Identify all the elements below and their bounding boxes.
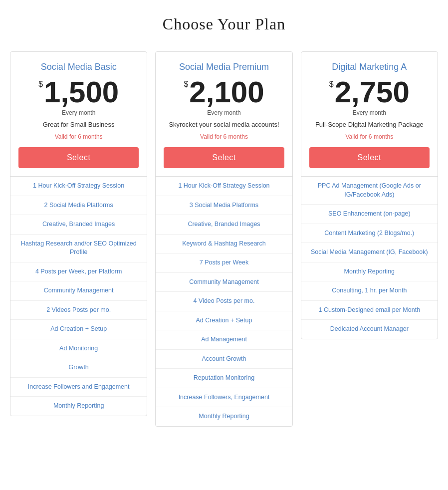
plan-card-premium: Social Media Premium$2,100Every monthSky… — [155, 51, 292, 427]
plan-tagline-premium: Skyrocket your social media accounts! — [164, 120, 284, 129]
list-item: Ad Monitoring — [10, 339, 147, 359]
list-item: Monthly Reporting — [301, 262, 438, 282]
list-item: Growth — [10, 358, 147, 378]
plan-price-wrapper-premium: $2,100 — [164, 77, 284, 107]
list-item: Content Marketing (2 Blogs/mo.) — [301, 224, 438, 244]
plan-validity-basic: Valid for 6 months — [18, 133, 139, 140]
select-button-digital-a[interactable]: Select — [309, 147, 430, 168]
list-item: Community Management — [156, 273, 292, 292]
plan-header-digital-a: Digital Marketing A$2,750Every monthFull… — [301, 52, 438, 177]
plan-period-basic: Every month — [18, 109, 139, 116]
plan-currency-basic: $ — [38, 80, 43, 88]
list-item: 1 Hour Kick-Off Strategy Session — [156, 177, 292, 196]
list-item: Increase Followers and Engagement — [10, 378, 147, 397]
plan-tagline-basic: Great for Small Business — [18, 120, 139, 129]
list-item: Creative, Branded Images — [10, 215, 147, 235]
plan-validity-digital-a: Valid for 6 months — [309, 133, 430, 140]
plans-container: Social Media Basic$1,500Every monthGreat… — [10, 51, 438, 427]
select-button-basic[interactable]: Select — [18, 147, 139, 168]
plan-price-wrapper-digital-a: $2,750 — [309, 77, 430, 107]
plan-features-premium: 1 Hour Kick-Off Strategy Session3 Social… — [156, 177, 292, 426]
plan-features-basic: 1 Hour Kick-Off Strategy Session2 Social… — [10, 177, 147, 416]
plan-tagline-digital-a: Full-Scope Digital Marketing Package — [309, 120, 430, 129]
select-button-premium[interactable]: Select — [164, 147, 284, 168]
list-item: 1 Hour Kick-Off Strategy Session — [10, 177, 147, 196]
plan-name-premium: Social Media Premium — [164, 62, 284, 72]
plan-amount-basic: 1,500 — [44, 77, 119, 107]
plan-period-premium: Every month — [164, 109, 284, 116]
list-item: Creative, Branded Images — [156, 215, 292, 235]
plan-features-digital-a: PPC Ad Management (Google Ads or IG/Face… — [301, 177, 438, 339]
list-item: 7 Posts per Week — [156, 253, 292, 273]
plan-amount-premium: 2,100 — [189, 77, 264, 107]
list-item: 4 Posts per Week, per Platform — [10, 262, 147, 282]
page-title: Choose Your Plan — [10, 15, 438, 33]
plan-currency-digital-a: $ — [329, 80, 334, 88]
list-item: Social Media Management (IG, Facebook) — [301, 243, 438, 262]
list-item: PPC Ad Management (Google Ads or IG/Face… — [301, 177, 438, 205]
list-item: Keyword & Hashtag Research — [156, 235, 292, 254]
list-item: Increase Followers, Engagement — [156, 388, 292, 408]
list-item: Ad Creation + Setup — [10, 320, 147, 339]
plan-name-digital-a: Digital Marketing A — [309, 62, 430, 72]
list-item: Account Growth — [156, 350, 292, 369]
plan-card-digital-a: Digital Marketing A$2,750Every monthFull… — [301, 51, 438, 339]
plan-header-premium: Social Media Premium$2,100Every monthSky… — [156, 52, 292, 177]
plan-card-basic: Social Media Basic$1,500Every monthGreat… — [10, 51, 147, 416]
list-item: Community Management — [10, 281, 147, 301]
list-item: 2 Videos Posts per mo. — [10, 301, 147, 320]
plan-validity-premium: Valid for 6 months — [164, 133, 284, 140]
list-item: 2 Social Media Platforms — [10, 196, 147, 216]
list-item: SEO Enhancement (on-page) — [301, 205, 438, 224]
plan-price-wrapper-basic: $1,500 — [18, 77, 139, 107]
list-item: Reputation Monitoring — [156, 369, 292, 388]
list-item: Ad Creation + Setup — [156, 311, 292, 331]
plan-amount-digital-a: 2,750 — [335, 77, 410, 107]
list-item: Dedicated Account Manager — [301, 320, 438, 339]
list-item: Hashtag Research and/or SEO Optimized Pr… — [10, 235, 147, 262]
list-item: Monthly Reporting — [156, 407, 292, 426]
list-item: Ad Management — [156, 330, 292, 350]
plan-period-digital-a: Every month — [309, 109, 430, 116]
plan-header-basic: Social Media Basic$1,500Every monthGreat… — [10, 52, 147, 177]
list-item: 4 Video Posts per mo. — [156, 292, 292, 311]
list-item: 1 Custom-Designed email per Month — [301, 301, 438, 320]
plan-name-basic: Social Media Basic — [18, 62, 139, 72]
list-item: Consulting, 1 hr. per Month — [301, 281, 438, 301]
list-item: 3 Social Media Platforms — [156, 196, 292, 216]
plan-currency-premium: $ — [184, 80, 188, 88]
list-item: Monthly Reporting — [10, 397, 147, 416]
